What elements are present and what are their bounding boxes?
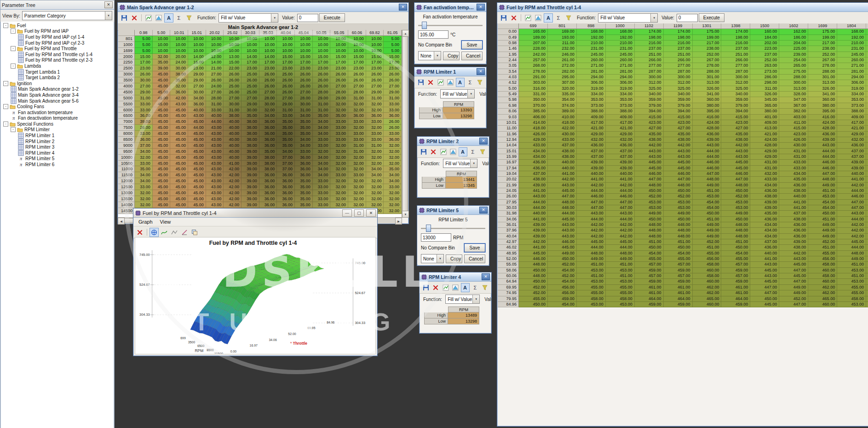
table-cell[interactable]: 442.00 <box>577 222 606 228</box>
table-cell[interactable]: 169.00 <box>548 29 577 35</box>
table-cell[interactable]: 10.00 <box>277 36 295 42</box>
row-header[interactable]: 1699 <box>118 48 135 54</box>
table-cell[interactable]: 35.00 <box>295 131 313 137</box>
execute-button[interactable]: Execute <box>319 13 345 22</box>
table-cell[interactable]: 26.00 <box>295 71 313 77</box>
table-cell[interactable]: 453.00 <box>721 205 750 211</box>
table-cell[interactable]: 28.00 <box>295 95 313 101</box>
table-cell[interactable]: 40.00 <box>224 143 241 149</box>
table-cell[interactable]: 239.00 <box>779 52 808 58</box>
tree-expander-icon[interactable]: - <box>3 104 8 109</box>
table-cell[interactable]: 462.00 <box>693 290 722 296</box>
table-cell[interactable]: 439.00 <box>577 160 606 165</box>
table-cell[interactable]: 37.00 <box>135 143 153 149</box>
table-cell[interactable]: 436.00 <box>606 143 635 148</box>
table-cell[interactable]: 10.00 <box>313 42 331 48</box>
tree-item[interactable]: -RPM Limiter <box>1 127 114 133</box>
table-cell[interactable]: 447.00 <box>837 205 866 211</box>
table-cell[interactable]: 223.00 <box>750 46 779 52</box>
row-header[interactable]: 31.98 <box>498 211 519 216</box>
table-cell[interactable]: 439.00 <box>606 160 635 165</box>
table-cell[interactable]: 23.00 <box>259 65 277 71</box>
table-cell[interactable]: 448.00 <box>519 273 548 279</box>
graph-window-titlebar[interactable]: Fuel by RPM and Throttle cyl 1-4 — ▢ ✕ <box>133 208 377 218</box>
table-cell[interactable]: 39.00 <box>241 190 259 196</box>
save-icon[interactable] <box>419 147 428 156</box>
table-cell[interactable]: 231.00 <box>837 46 866 52</box>
table-cell[interactable]: 441.00 <box>519 188 548 194</box>
table-cell[interactable]: 23.00 <box>277 65 295 71</box>
table-cell[interactable]: 297.00 <box>866 75 868 80</box>
table-cell[interactable]: 33.00 <box>330 172 348 178</box>
table-cell[interactable]: 45.00 <box>170 107 188 113</box>
row-header[interactable]: 74.95 <box>498 290 519 296</box>
table-cell[interactable]: 271.00 <box>837 63 866 69</box>
table-cell[interactable]: 32.00 <box>384 155 402 161</box>
table-cell[interactable]: 447.00 <box>779 302 808 307</box>
table-cell[interactable]: 32.00 <box>330 166 348 172</box>
table-cell[interactable]: 335.00 <box>548 92 577 97</box>
table-cell[interactable]: 32.00 <box>348 125 366 131</box>
table-cell[interactable]: 454.00 <box>808 205 837 211</box>
table-cell[interactable]: 32.00 <box>330 178 348 184</box>
table-cell[interactable]: 462.00 <box>693 285 722 290</box>
table-cell[interactable]: 26.00 <box>313 83 331 89</box>
table-cell[interactable]: 446.00 <box>606 194 635 199</box>
table-cell[interactable]: 439.00 <box>693 137 722 143</box>
table-cell[interactable]: 45.00 <box>170 190 188 196</box>
table-cell[interactable]: 453.00 <box>635 200 664 205</box>
table-cell[interactable]: 35.00 <box>153 59 171 65</box>
table-cell[interactable]: 439.00 <box>808 137 837 143</box>
table-cell[interactable]: 449.00 <box>808 234 837 239</box>
table-cell[interactable]: 443.00 <box>548 183 577 188</box>
table-cell[interactable]: 450.00 <box>635 217 664 222</box>
table-cell[interactable]: 38.00 <box>241 131 259 137</box>
table-cell[interactable]: 460.00 <box>808 302 837 307</box>
table-cell[interactable]: 452.00 <box>779 296 808 302</box>
table-cell[interactable]: 448.00 <box>635 222 664 228</box>
table-cell[interactable]: 445.00 <box>779 273 808 279</box>
table-cell[interactable]: 174.00 <box>664 29 693 35</box>
table-cell[interactable]: 32.00 <box>330 190 348 196</box>
table-cell[interactable]: 45.00 <box>153 155 171 161</box>
row-header[interactable]: 0.49 <box>498 35 519 40</box>
row-header[interactable]: 84.96 <box>498 302 519 307</box>
table-cell[interactable]: 32.00 <box>348 178 366 184</box>
close-icon[interactable]: ✕ <box>104 1 113 8</box>
table-cell[interactable]: 452.00 <box>548 273 577 279</box>
table-cell[interactable]: 34.00 <box>259 113 277 119</box>
table-cell[interactable]: 442.00 <box>577 183 606 188</box>
table-cell[interactable]: 43.00 <box>188 113 206 119</box>
table-cell[interactable]: 36.00 <box>348 113 366 119</box>
table-cell[interactable]: 168.00 <box>606 29 635 35</box>
maximize-icon[interactable]: ▢ <box>354 209 364 217</box>
table-cell[interactable]: 29.00 <box>277 101 295 107</box>
table-cell[interactable]: 331.00 <box>519 92 548 97</box>
table-cell[interactable]: 32.00 <box>366 101 384 107</box>
menu-graph[interactable]: Graph <box>135 219 156 225</box>
table-cell[interactable]: 353.00 <box>837 97 866 103</box>
table-cell[interactable]: 450.00 <box>635 245 664 250</box>
table-cell[interactable]: 454.00 <box>808 200 837 205</box>
table-cell[interactable]: 445.00 <box>750 268 779 273</box>
table-cell[interactable]: 33.00 <box>384 184 402 190</box>
table-cell[interactable]: 433.00 <box>779 160 808 165</box>
table-cell[interactable]: 34.00 <box>188 95 206 101</box>
table-cell[interactable]: 225.00 <box>779 46 808 52</box>
cancel-button[interactable]: Cancel <box>461 52 483 60</box>
rpm-slider[interactable] <box>421 224 485 231</box>
table-cell[interactable]: 445.00 <box>866 234 868 239</box>
line-chart-icon[interactable] <box>441 283 450 292</box>
table-view-icon[interactable]: A <box>461 283 470 292</box>
table-cell[interactable]: 30.00 <box>135 77 153 83</box>
table-cell[interactable]: 26.00 <box>206 77 224 83</box>
table-cell[interactable]: 437.00 <box>750 239 779 245</box>
table-cell[interactable]: 34.00 <box>384 172 402 178</box>
table-cell[interactable]: 450.00 <box>664 188 693 194</box>
column-header[interactable]: 1699 <box>808 23 837 29</box>
row-header[interactable]: 64.94 <box>498 279 519 284</box>
table-cell[interactable]: 43.00 <box>206 190 224 196</box>
table-cell[interactable]: 443.00 <box>721 154 750 160</box>
table-cell[interactable]: 443.00 <box>866 171 868 177</box>
line-chart-icon[interactable] <box>144 13 153 23</box>
